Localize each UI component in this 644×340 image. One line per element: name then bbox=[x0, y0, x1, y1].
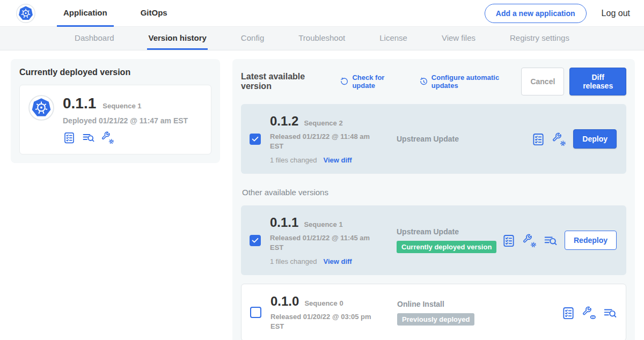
release-notes-icon[interactable] bbox=[63, 131, 76, 144]
view-diff-link[interactable]: View diff bbox=[323, 156, 352, 164]
app-icon bbox=[28, 95, 54, 144]
config-icon[interactable] bbox=[101, 131, 114, 144]
topnav-tabs: Application GitOps bbox=[57, 0, 174, 26]
configure-automatic-updates-label: Configure automatic updates bbox=[431, 73, 522, 90]
kubernetes-logo-icon bbox=[16, 4, 35, 23]
version-row-0-1-1: 0.1.1 Sequence 1 Released 01/21/22 @ 11:… bbox=[241, 205, 626, 275]
files-changed-label: 1 files changed bbox=[270, 257, 317, 265]
subtab-dashboard[interactable]: Dashboard bbox=[74, 27, 115, 50]
configure-automatic-updates-link[interactable]: Configure automatic updates bbox=[419, 73, 522, 90]
deploy-button[interactable]: Deploy bbox=[573, 129, 617, 149]
tab-gitops[interactable]: GitOps bbox=[134, 0, 174, 27]
main-content: Currently deployed version 0.1.1 Sequenc… bbox=[0, 50, 644, 340]
other-versions-label: Other available versions bbox=[242, 188, 626, 197]
deployed-panel-title: Currently deployed version bbox=[19, 68, 211, 77]
sub-navigation: Dashboard Version history Config Trouble… bbox=[0, 27, 644, 50]
topnav-right: Add a new application Log out bbox=[485, 0, 630, 26]
cancel-button[interactable]: Cancel bbox=[521, 68, 564, 95]
subtab-troubleshoot[interactable]: Troubleshoot bbox=[297, 27, 346, 50]
version-checkbox[interactable] bbox=[250, 235, 261, 246]
deployed-version-card: 0.1.1 Sequence 1 Deployed 01/21/22 @ 11:… bbox=[19, 85, 211, 154]
app-logo[interactable] bbox=[16, 0, 35, 26]
latest-version-title: Latest available version bbox=[241, 72, 332, 91]
version-checkbox[interactable] bbox=[250, 134, 261, 145]
release-notes-icon[interactable] bbox=[561, 306, 574, 319]
version-source: Online Install Previously deployed bbox=[397, 300, 561, 326]
subtab-license[interactable]: License bbox=[378, 27, 408, 50]
config-edit-icon[interactable] bbox=[552, 132, 565, 145]
source-label: Upstream Update bbox=[397, 227, 502, 236]
released-timestamp: Released 01/21/22 @ 11:48 am EST bbox=[270, 132, 373, 151]
version-number: 0.1.0 bbox=[270, 294, 299, 309]
subtab-config[interactable]: Config bbox=[240, 27, 265, 50]
redeploy-button[interactable]: Redeploy bbox=[565, 231, 617, 250]
view-logs-icon[interactable] bbox=[82, 131, 95, 144]
check-for-update-label: Check for update bbox=[352, 73, 405, 90]
view-diff-link[interactable]: View diff bbox=[323, 257, 352, 265]
subtab-view-files[interactable]: View files bbox=[441, 27, 477, 50]
released-timestamp: Released 01/21/22 @ 11:45 am EST bbox=[270, 233, 373, 252]
previously-deployed-badge: Previously deployed bbox=[397, 313, 474, 326]
released-timestamp: Released 01/20/22 @ 03:05 pm EST bbox=[270, 312, 374, 331]
version-row-0-1-2: 0.1.2 Sequence 2 Released 01/21/22 @ 11:… bbox=[241, 104, 626, 174]
add-new-application-button[interactable]: Add a new application bbox=[485, 4, 587, 23]
source-label: Online Install bbox=[397, 300, 561, 308]
currently-deployed-badge: Currently deployed version bbox=[397, 241, 496, 253]
version-row-0-1-0: 0.1.0 Sequence 0 Released 01/20/22 @ 03:… bbox=[241, 284, 626, 340]
subtab-registry-settings[interactable]: Registry settings bbox=[509, 27, 570, 50]
refresh-icon bbox=[340, 77, 349, 86]
top-navigation: Application GitOps Add a new application… bbox=[0, 0, 644, 27]
sequence-label: Sequence 2 bbox=[304, 119, 342, 127]
version-checkbox[interactable] bbox=[250, 307, 261, 318]
view-logs-icon[interactable] bbox=[544, 234, 557, 247]
files-changed-label: 1 files changed bbox=[270, 156, 317, 164]
latest-version-header: Latest available version Check for updat… bbox=[241, 68, 626, 95]
clock-refresh-icon bbox=[419, 77, 428, 86]
sequence-label: Sequence 1 bbox=[304, 220, 342, 228]
view-logs-icon[interactable] bbox=[603, 306, 616, 319]
logout-button[interactable]: Log out bbox=[602, 9, 630, 18]
currently-deployed-panel: Currently deployed version 0.1.1 Sequenc… bbox=[11, 59, 220, 163]
config-view-icon[interactable] bbox=[582, 306, 595, 319]
tab-application[interactable]: Application bbox=[57, 0, 114, 27]
deployed-timestamp: Deployed 01/21/22 @ 11:47 am EST bbox=[63, 116, 188, 125]
version-source: Upstream Update bbox=[397, 135, 531, 143]
subtab-version-history[interactable]: Version history bbox=[147, 27, 207, 50]
source-label: Upstream Update bbox=[397, 135, 531, 143]
deployed-version-number: 0.1.1 bbox=[63, 95, 96, 112]
check-for-update-link[interactable]: Check for update bbox=[340, 73, 405, 90]
version-history-panel: Latest available version Check for updat… bbox=[232, 59, 635, 340]
version-info: 0.1.2 Sequence 2 Released 01/21/22 @ 11:… bbox=[270, 114, 397, 164]
version-source: Upstream Update Currently deployed versi… bbox=[397, 227, 502, 253]
config-edit-icon[interactable] bbox=[523, 234, 536, 247]
version-number: 0.1.1 bbox=[270, 215, 298, 230]
diff-releases-button[interactable]: Diff releases bbox=[569, 68, 626, 95]
version-info: 0.1.1 Sequence 1 Released 01/21/22 @ 11:… bbox=[270, 215, 397, 265]
version-info: 0.1.0 Sequence 0 Released 01/20/22 @ 03:… bbox=[270, 294, 397, 331]
deployed-sequence-label: Sequence 1 bbox=[103, 102, 141, 110]
sequence-label: Sequence 0 bbox=[304, 299, 343, 307]
release-notes-icon[interactable] bbox=[502, 234, 515, 247]
version-number: 0.1.2 bbox=[270, 114, 298, 129]
release-notes-icon[interactable] bbox=[531, 132, 544, 145]
